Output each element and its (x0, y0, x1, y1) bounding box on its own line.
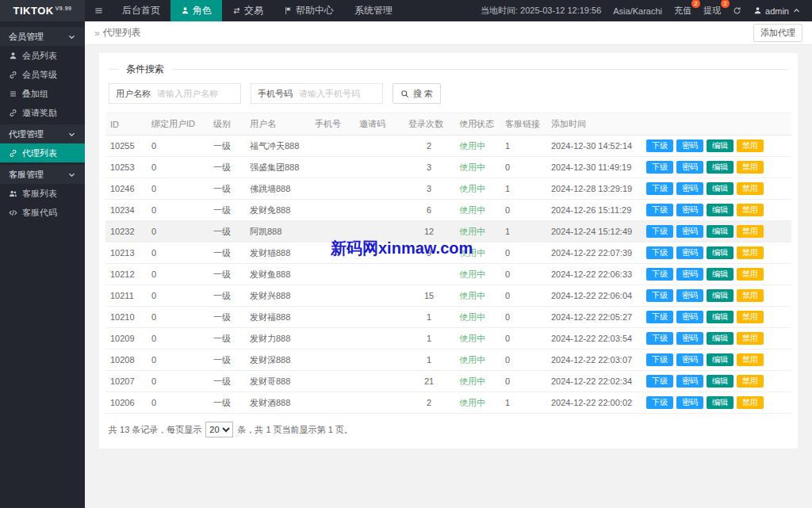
disable-button[interactable]: 禁用 (737, 375, 764, 388)
subordinate-button[interactable]: 下级 (646, 139, 673, 152)
edit-button[interactable]: 编辑 (707, 204, 733, 216)
subordinate-button[interactable]: 下级 (646, 204, 673, 216)
sidebar-item-label: 会员列表 (22, 50, 57, 62)
subordinate-button[interactable]: 下级 (646, 161, 673, 174)
sidebar-group-label: 会员管理 (9, 31, 44, 43)
subordinate-button[interactable]: 下级 (646, 289, 673, 302)
username-input[interactable] (157, 85, 240, 102)
disable-button[interactable]: 禁用 (737, 246, 764, 259)
password-button[interactable]: 密码 (676, 311, 703, 323)
status-cell: 使用中 (454, 136, 500, 157)
password-button[interactable]: 密码 (676, 268, 703, 281)
login-count-cell: 3 (404, 178, 454, 200)
subordinate-button[interactable]: 下级 (646, 225, 673, 238)
subordinate-button[interactable]: 下级 (646, 375, 673, 388)
page-size-select[interactable]: 20 (205, 422, 233, 437)
sidebar-item-cs-list[interactable]: 客服列表 (0, 184, 85, 203)
edit-button[interactable]: 编辑 (707, 139, 733, 152)
sidebar-group-agent-mgmt[interactable]: 代理管理 (0, 124, 85, 143)
subordinate-button[interactable]: 下级 (646, 311, 673, 323)
nav-item-home[interactable]: 后台首页 (112, 0, 170, 21)
subordinate-button[interactable]: 下级 (646, 353, 673, 366)
password-button[interactable]: 密码 (676, 396, 703, 409)
sidebar-item-agent-list[interactable]: 代理列表 (0, 143, 85, 162)
sidebar-item-invite-reward[interactable]: 邀请奖励 (0, 103, 85, 122)
password-button[interactable]: 密码 (676, 353, 703, 366)
withdraw-link[interactable]: 提现 2 (703, 5, 721, 17)
edit-button[interactable]: 编辑 (707, 225, 733, 238)
column-header: 客服链接 (500, 113, 546, 136)
status-cell: 使用中 (454, 178, 500, 200)
sidebar-item-stack-group[interactable]: 叠加组 (0, 84, 85, 103)
subordinate-button[interactable]: 下级 (646, 268, 673, 281)
disable-button[interactable]: 禁用 (737, 161, 764, 174)
password-button[interactable]: 密码 (676, 204, 703, 216)
nav-item-help[interactable]: 帮助中心 (274, 0, 344, 21)
subordinate-button[interactable]: 下级 (646, 332, 673, 345)
sidebar-item-member-level[interactable]: 会员等级 (0, 65, 85, 84)
edit-button[interactable]: 编辑 (707, 161, 733, 174)
recharge-link[interactable]: 充值 2 (674, 5, 691, 17)
user-menu[interactable]: admin (753, 6, 801, 16)
disable-button[interactable]: 禁用 (737, 289, 764, 302)
phone-cell (310, 371, 354, 392)
phone-input[interactable] (299, 85, 382, 102)
subordinate-button[interactable]: 下级 (646, 396, 673, 409)
cs-link-cell: 0 (500, 264, 546, 285)
refresh-icon[interactable] (733, 6, 741, 15)
password-button[interactable]: 密码 (676, 161, 703, 174)
username-cell: 佛跳墙888 (245, 178, 310, 200)
nav-item-role[interactable]: 角色 (170, 0, 222, 21)
created-time-cell: 2024-12-24 15:12:49 (546, 221, 642, 243)
sidebar-item-member-list[interactable]: 会员列表 (0, 46, 85, 65)
column-header: 邀请码 (354, 113, 404, 136)
subordinate-button[interactable]: 下级 (646, 246, 673, 259)
disable-button[interactable]: 禁用 (737, 353, 764, 366)
password-button[interactable]: 密码 (676, 225, 703, 238)
disable-button[interactable]: 禁用 (737, 225, 764, 238)
edit-button[interactable]: 编辑 (707, 332, 733, 345)
timezone: Asia/Karachi (613, 6, 662, 16)
edit-button[interactable]: 编辑 (707, 353, 733, 366)
search-row: 用户名称 手机号码 搜 索 (105, 76, 791, 113)
edit-button[interactable]: 编辑 (707, 246, 733, 259)
sidebar-item-cs-code[interactable]: 客服代码 (0, 203, 85, 222)
subordinate-button[interactable]: 下级 (646, 182, 673, 195)
edit-button[interactable]: 编辑 (707, 375, 733, 388)
disable-button[interactable]: 禁用 (737, 182, 764, 195)
disable-button[interactable]: 禁用 (737, 396, 764, 409)
username-cell: 发财酒888 (245, 392, 310, 414)
disable-button[interactable]: 禁用 (737, 139, 764, 152)
nav-item-trade[interactable]: 交易 (222, 0, 274, 21)
menu-toggle-icon[interactable] (85, 0, 112, 21)
password-button[interactable]: 密码 (676, 289, 703, 302)
id-cell: 10212 (105, 264, 147, 285)
invite-code-cell (354, 371, 404, 392)
password-button[interactable]: 密码 (676, 375, 703, 388)
actions-cell: 下级密码编辑禁用 (642, 136, 791, 157)
link-icon (9, 109, 17, 117)
disable-button[interactable]: 禁用 (737, 311, 764, 323)
edit-button[interactable]: 编辑 (707, 289, 733, 302)
username-field-group: 用户名称 (109, 83, 241, 104)
bind-user-id-cell: 0 (147, 371, 209, 392)
disable-button[interactable]: 禁用 (737, 204, 764, 216)
edit-button[interactable]: 编辑 (707, 396, 733, 409)
password-button[interactable]: 密码 (676, 332, 703, 345)
sidebar-group-cs-mgmt[interactable]: 客服管理 (0, 165, 85, 184)
sidebar-group-member-mgmt[interactable]: 会员管理 (0, 27, 85, 46)
nav-item-system[interactable]: 系统管理 (344, 0, 403, 21)
link-icon (9, 149, 17, 158)
password-button[interactable]: 密码 (676, 246, 703, 259)
password-button[interactable]: 密码 (676, 139, 703, 152)
password-button[interactable]: 密码 (676, 182, 703, 195)
username-cell: 发财兔888 (245, 200, 310, 221)
edit-button[interactable]: 编辑 (707, 311, 733, 323)
add-agent-button[interactable]: 添加代理 (753, 24, 802, 42)
edit-button[interactable]: 编辑 (707, 268, 733, 281)
id-cell: 10211 (105, 285, 147, 307)
edit-button[interactable]: 编辑 (707, 182, 733, 195)
search-button[interactable]: 搜 索 (393, 83, 441, 104)
disable-button[interactable]: 禁用 (737, 268, 764, 281)
disable-button[interactable]: 禁用 (737, 332, 764, 345)
